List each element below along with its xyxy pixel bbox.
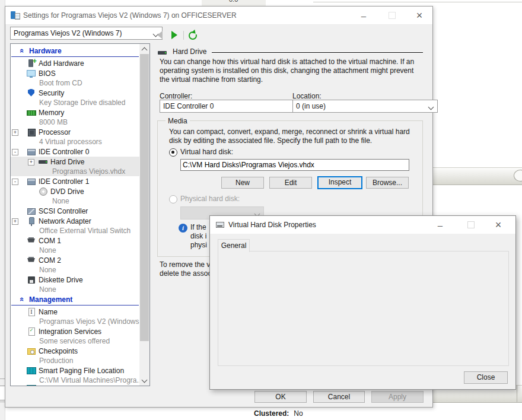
vm-selector-dropdown[interactable]: Programas Viejos V2 (Windows 7)	[10, 27, 163, 40]
cancel-button[interactable]: Cancel	[313, 391, 365, 403]
scroll-up-icon[interactable]	[139, 44, 149, 54]
sidebar-header-management[interactable]: Management	[11, 294, 149, 305]
sidebar-item-label: Memory	[39, 109, 64, 117]
sidebar-item-security[interactable]: SecurityKey Storage Drive disabled	[11, 88, 139, 107]
sidebar-item-label: BIOS	[39, 69, 56, 78]
sidebar-header-hardware[interactable]: Hardware	[11, 46, 149, 56]
tree-row: Integration Services	[11, 326, 139, 336]
sidebar-item-integration-services[interactable]: Integration ServicesSome services offere…	[11, 326, 139, 346]
sidebar-item-label: Smart Paging File Location	[39, 367, 124, 375]
tree-row: Add Hardware	[11, 58, 139, 68]
hard-drive-icon	[158, 48, 167, 58]
scrollbar-thumb[interactable]	[140, 54, 149, 341]
section-intro-text: You can change how this virtual hard dis…	[160, 58, 424, 84]
tree-row: DVD Drive	[11, 186, 139, 196]
expander-plus-icon[interactable]: +	[12, 218, 18, 225]
sidebar-item-com-1[interactable]: COM 1None	[11, 236, 139, 255]
browse-button[interactable]: Browse...	[366, 177, 409, 189]
security-icon	[27, 88, 36, 98]
ok-button[interactable]: OK	[254, 391, 307, 403]
background-edge-line	[0, 378, 5, 379]
vhd-path-input[interactable]	[180, 159, 409, 171]
sidebar-item-memory[interactable]: Memory8000 MB	[11, 107, 139, 127]
apply-button[interactable]: Apply	[371, 391, 424, 403]
close-icon[interactable]	[410, 7, 429, 24]
memory-icon	[27, 108, 36, 117]
tree-row: -IDE Controller 1	[11, 176, 139, 186]
new-button[interactable]: New	[221, 177, 264, 189]
close-button[interactable]: Close	[464, 371, 508, 384]
inspect-button[interactable]: Inspect	[317, 176, 362, 189]
expander-minus-icon[interactable]: -	[12, 149, 18, 155]
sidebar-item-checkpoints[interactable]: CheckpointsProduction	[11, 346, 139, 365]
sidebar-item-bios[interactable]: BIOSBoot from CD	[11, 68, 139, 88]
tree-row: COM 1	[11, 236, 139, 246]
sidebar-item-label: Diskette Drive	[39, 276, 83, 284]
diskette-icon	[27, 275, 36, 285]
sidebar-item-com-2[interactable]: COM 2None	[11, 255, 139, 275]
minimize-icon[interactable]	[354, 7, 373, 24]
controller-dropdown[interactable]: IDE Controller 0	[160, 100, 304, 113]
settings-titlebar[interactable]: Settings for Programas Viejos V2 (Window…	[5, 7, 432, 25]
expander-minus-icon[interactable]: -	[12, 179, 18, 185]
hardware-tree[interactable]: HardwareAdd HardwareBIOSBoot from CDSecu…	[10, 43, 150, 386]
sidebar-item-diskette-drive[interactable]: Diskette DriveNone	[11, 275, 139, 294]
edit-button[interactable]: Edit	[269, 177, 312, 189]
sidebar-item-hard-drive[interactable]: +Hard DriveProgramas Viejos.vhdx	[11, 157, 139, 176]
sidebar-header-label: Management	[29, 295, 72, 304]
collapse-chevrons-icon	[18, 46, 27, 56]
dialog-titlebar[interactable]: Virtual Hard Disk Properties	[210, 216, 515, 234]
virtual-hard-disk-radio[interactable]	[169, 148, 177, 157]
tree-row: SCSI Controller	[11, 206, 139, 216]
sidebar-item-ide-controller-1[interactable]: -IDE Controller 1	[11, 176, 139, 186]
expander-plus-icon[interactable]: +	[12, 129, 18, 136]
tree-row: Name	[11, 307, 139, 317]
processor-icon	[27, 128, 36, 137]
controller-icon	[27, 177, 36, 186]
dialog-close-icon[interactable]	[489, 216, 508, 234]
dvd-icon	[39, 187, 48, 196]
virtual-hard-disk-label: Virtual hard disk:	[180, 148, 233, 156]
background-edge-line2	[0, 402, 5, 402]
tree-row: COM 2	[11, 255, 139, 265]
scroll-down-icon[interactable]	[139, 376, 149, 386]
sidebar-item-item[interactable]	[11, 385, 139, 386]
remove-note-text: To remove the vi delete the associ	[160, 260, 213, 278]
dialog-drive-icon	[215, 220, 225, 230]
sidebar-item-ide-controller-0[interactable]: -IDE Controller 0	[11, 147, 139, 157]
background-band-divider	[517, 386, 517, 402]
sidebar-item-label: Security	[39, 89, 64, 97]
sidebar-item-label: COM 1	[39, 237, 61, 245]
com-icon	[27, 256, 36, 265]
tree-row: +Hard Drive	[11, 157, 139, 167]
tree-scrollbar[interactable]	[139, 44, 149, 386]
navigate-back-icon[interactable]	[157, 31, 163, 39]
controller-label: Controller:	[160, 92, 192, 100]
dialog-minimize-icon[interactable]	[431, 216, 450, 234]
tree-row: Diskette Drive	[11, 275, 139, 285]
tab-general[interactable]: General	[218, 239, 250, 252]
sidebar-item-dvd-drive[interactable]: DVD DriveNone	[11, 186, 139, 206]
cpu-usage-value: 0.0	[229, 0, 238, 3]
sidebar-item-network-adapter[interactable]: +Network AdapterOffice External Virtual …	[11, 216, 139, 236]
refresh-icon[interactable]	[189, 31, 197, 40]
sidebar-item-processor[interactable]: +Processor4 Virtual processors	[11, 127, 139, 147]
tree-row: +Processor	[11, 127, 139, 137]
toolbar-separator	[183, 31, 184, 40]
sidebar-item-scsi-controller[interactable]: SCSI Controller	[11, 206, 139, 216]
physical-hard-disk-radio[interactable]	[169, 195, 177, 203]
expander-plus-icon[interactable]: +	[28, 159, 34, 166]
sidebar-item-add-hardware[interactable]: Add Hardware	[11, 58, 139, 68]
location-dropdown[interactable]: 0 (in use)	[292, 100, 438, 113]
sidebar-item-sublabel: Programas Viejos V2 (Windows 7)	[11, 317, 139, 326]
sidebar-item-label: Add Hardware	[39, 59, 84, 68]
section-rule	[212, 52, 423, 53]
settings-window-title: Settings for Programas Viejos V2 (Window…	[23, 7, 237, 24]
sidebar-item-name[interactable]: NameProgramas Viejos V2 (Windows 7)	[11, 307, 139, 326]
controller-value: IDE Controller 0	[163, 102, 214, 110]
network-icon	[27, 217, 36, 226]
sidebar-item-label: Checkpoints	[39, 347, 78, 355]
section-title: Hard Drive	[173, 47, 206, 56]
sidebar-item-smart-paging-file-location[interactable]: Smart Paging File LocationC:\VM Virtual …	[11, 365, 139, 385]
navigate-forward-icon[interactable]	[171, 31, 177, 39]
